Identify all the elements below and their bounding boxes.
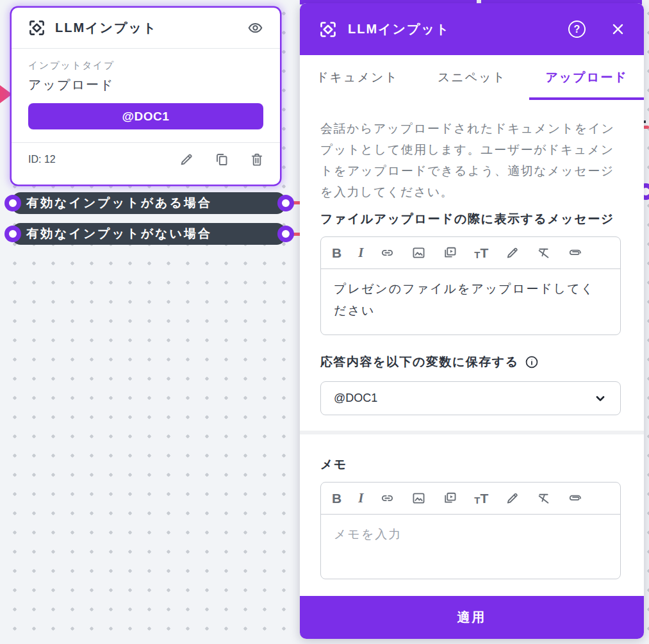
memo-editor-toolbar: B I	[321, 483, 620, 515]
bold-icon[interactable]: B	[332, 246, 341, 260]
llm-input-node[interactable]: LLMインプット インプットタイプ アップロード @DOC1 ID: 12	[12, 8, 280, 185]
variable-select-value: @DOC1	[334, 392, 377, 405]
italic-icon[interactable]: I	[358, 491, 363, 505]
panel-header: LLMインプット ?	[300, 3, 644, 55]
node-body: インプットタイプ アップロード @DOC1	[12, 49, 280, 143]
variable-field-label: 応答内容を以下の変数に保存する	[320, 354, 519, 370]
message-field-label: ファイルアップロードの際に表示するメッセージ	[320, 211, 621, 227]
help-glyph: ?	[574, 24, 580, 35]
italic-icon[interactable]: I	[358, 246, 363, 260]
clear-format-icon[interactable]	[536, 245, 551, 260]
message-editor-input[interactable]: プレゼンのファイルをアップロードしてください	[321, 269, 620, 334]
memo-label: メモ	[320, 456, 621, 473]
scan-diamond-icon	[319, 21, 337, 38]
node-title: LLMインプット	[55, 19, 157, 37]
memo-editor-input[interactable]: メモを入力	[321, 515, 620, 579]
clear-format-icon[interactable]	[536, 491, 551, 506]
memo-section: メモ B I	[300, 434, 644, 596]
chevron-down-icon	[593, 392, 607, 406]
pencil-icon[interactable]	[179, 152, 194, 167]
trash-icon[interactable]	[249, 152, 265, 167]
scan-diamond-icon	[28, 19, 45, 37]
upload-tab-content: 会話からアップロードされたドキュメントをインプットとして使用します。ユーザーがド…	[300, 100, 644, 431]
message-editor-toolbar: B I	[321, 237, 620, 269]
branch2-input-port[interactable]	[4, 226, 21, 242]
variable-select[interactable]: @DOC1	[320, 381, 621, 415]
node-footer: ID: 12	[12, 143, 280, 176]
tabbar: ドキュメント スニペット アップロード	[300, 55, 644, 100]
input-type-label: インプットタイプ	[28, 60, 263, 72]
text-size-icon[interactable]: TT	[474, 247, 488, 260]
paperclip-icon[interactable]	[568, 245, 582, 260]
branch1-output-port[interactable]	[277, 195, 294, 211]
branch-no-valid-input[interactable]: 有効なインプットがない場合	[12, 223, 285, 245]
eye-icon[interactable]	[247, 20, 263, 36]
tab-document[interactable]: ドキュメント	[300, 55, 415, 100]
incoming-edge-arrow	[0, 85, 12, 103]
node-header: LLMインプット	[12, 8, 280, 49]
variable-doc1-button[interactable]: @DOC1	[28, 103, 263, 129]
branch-label: 有効なインプットがある場合	[26, 195, 212, 211]
help-circle-icon[interactable]: ?	[568, 21, 586, 38]
pen-icon[interactable]	[505, 245, 520, 260]
close-icon[interactable]	[611, 22, 625, 36]
branch-valid-input[interactable]: 有効なインプットがある場合	[12, 192, 285, 214]
llm-input-settings-panel: LLMインプット ? ドキュメント スニペット アップロード 会話からアップロー…	[300, 3, 644, 639]
input-type-value: アップロード	[28, 76, 263, 94]
node-id: ID: 12	[28, 154, 56, 165]
link-icon[interactable]	[380, 245, 395, 260]
message-editor: B I	[320, 236, 621, 335]
memo-editor: B I	[320, 482, 621, 579]
link-icon[interactable]	[380, 491, 395, 506]
image-icon[interactable]	[411, 491, 426, 506]
tab-snippet[interactable]: スニペット	[415, 55, 529, 100]
video-icon[interactable]	[443, 245, 457, 260]
bold-icon[interactable]: B	[332, 491, 341, 505]
video-icon[interactable]	[443, 491, 457, 506]
edge-line-behind-panel	[643, 126, 649, 129]
copy-icon[interactable]	[214, 152, 229, 167]
paperclip-icon[interactable]	[568, 491, 582, 506]
image-icon[interactable]	[411, 245, 426, 260]
pen-icon[interactable]	[505, 491, 520, 506]
branch2-output-port[interactable]	[277, 226, 294, 242]
info-circle-icon[interactable]	[525, 355, 539, 369]
branch-label: 有効なインプットがない場合	[26, 226, 212, 242]
branch1-input-port[interactable]	[4, 195, 21, 211]
upload-description: 会話からアップロードされたドキュメントをインプットとして使用します。ユーザーがド…	[320, 118, 621, 202]
panel-title: LLMインプット	[348, 21, 450, 38]
tab-upload[interactable]: アップロード	[529, 55, 644, 100]
text-size-icon[interactable]: TT	[474, 492, 488, 505]
apply-button[interactable]: 適用	[300, 596, 644, 639]
